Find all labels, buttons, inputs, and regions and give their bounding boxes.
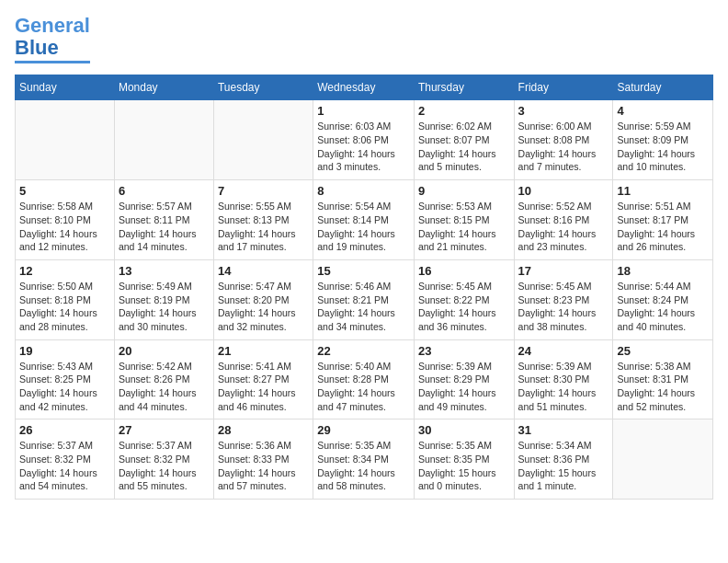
day-info: Sunrise: 5:38 AM Sunset: 8:31 PM Dayligh…: [617, 360, 709, 414]
day-number: 13: [119, 264, 210, 278]
day-info: Sunrise: 5:44 AM Sunset: 8:24 PM Dayligh…: [617, 280, 709, 334]
calendar-cell: 26Sunrise: 5:37 AM Sunset: 8:32 PM Dayli…: [16, 419, 115, 500]
day-number: 9: [418, 184, 510, 198]
day-number: 3: [518, 104, 609, 118]
day-info: Sunrise: 5:42 AM Sunset: 8:26 PM Dayligh…: [119, 360, 210, 414]
calendar-week-row: 1Sunrise: 6:03 AM Sunset: 8:06 PM Daylig…: [16, 100, 713, 180]
day-number: 20: [119, 344, 210, 358]
weekday-header: Wednesday: [313, 75, 415, 100]
day-info: Sunrise: 5:37 AM Sunset: 8:32 PM Dayligh…: [119, 439, 210, 493]
day-info: Sunrise: 5:50 AM Sunset: 8:18 PM Dayligh…: [19, 280, 110, 334]
calendar-cell: 21Sunrise: 5:41 AM Sunset: 8:27 PM Dayli…: [213, 339, 313, 419]
day-info: Sunrise: 5:35 AM Sunset: 8:34 PM Dayligh…: [317, 439, 410, 493]
calendar-cell: 16Sunrise: 5:45 AM Sunset: 8:22 PM Dayli…: [414, 259, 514, 339]
day-info: Sunrise: 5:59 AM Sunset: 8:09 PM Dayligh…: [617, 120, 709, 174]
calendar-cell: 28Sunrise: 5:36 AM Sunset: 8:33 PM Dayli…: [213, 419, 313, 500]
day-info: Sunrise: 5:53 AM Sunset: 8:15 PM Dayligh…: [418, 200, 510, 254]
calendar-cell: 29Sunrise: 5:35 AM Sunset: 8:34 PM Dayli…: [313, 419, 415, 500]
calendar-cell: 6Sunrise: 5:57 AM Sunset: 8:11 PM Daylig…: [114, 180, 213, 260]
day-number: 11: [617, 184, 709, 198]
day-number: 21: [218, 344, 309, 358]
calendar-cell: [213, 100, 313, 180]
calendar-cell: 25Sunrise: 5:38 AM Sunset: 8:31 PM Dayli…: [613, 339, 713, 419]
calendar-cell: [613, 419, 713, 500]
calendar-cell: 8Sunrise: 5:54 AM Sunset: 8:14 PM Daylig…: [313, 180, 415, 260]
calendar-header-row: SundayMondayTuesdayWednesdayThursdayFrid…: [16, 75, 713, 100]
day-number: 10: [518, 184, 609, 198]
day-info: Sunrise: 5:57 AM Sunset: 8:11 PM Dayligh…: [119, 200, 210, 254]
day-info: Sunrise: 5:35 AM Sunset: 8:35 PM Dayligh…: [418, 439, 510, 493]
calendar-cell: 20Sunrise: 5:42 AM Sunset: 8:26 PM Dayli…: [114, 339, 213, 419]
calendar-cell: 24Sunrise: 5:39 AM Sunset: 8:30 PM Dayli…: [514, 339, 613, 419]
calendar-cell: 7Sunrise: 5:55 AM Sunset: 8:13 PM Daylig…: [213, 180, 313, 260]
calendar-cell: 13Sunrise: 5:49 AM Sunset: 8:19 PM Dayli…: [114, 259, 213, 339]
weekday-header: Monday: [114, 75, 213, 100]
calendar-cell: [114, 100, 213, 180]
day-info: Sunrise: 5:37 AM Sunset: 8:32 PM Dayligh…: [19, 439, 110, 493]
day-info: Sunrise: 6:02 AM Sunset: 8:07 PM Dayligh…: [418, 120, 510, 174]
calendar-cell: 30Sunrise: 5:35 AM Sunset: 8:35 PM Dayli…: [414, 419, 514, 500]
calendar-cell: 17Sunrise: 5:45 AM Sunset: 8:23 PM Dayli…: [514, 259, 613, 339]
day-number: 30: [418, 423, 510, 437]
day-info: Sunrise: 5:58 AM Sunset: 8:10 PM Dayligh…: [19, 200, 110, 254]
day-number: 5: [19, 184, 110, 198]
calendar-cell: 22Sunrise: 5:40 AM Sunset: 8:28 PM Dayli…: [313, 339, 415, 419]
calendar-week-row: 26Sunrise: 5:37 AM Sunset: 8:32 PM Dayli…: [16, 419, 713, 500]
logo-text: GeneralBlue: [15, 15, 90, 59]
calendar-cell: 2Sunrise: 6:02 AM Sunset: 8:07 PM Daylig…: [414, 100, 514, 180]
day-info: Sunrise: 5:40 AM Sunset: 8:28 PM Dayligh…: [317, 360, 410, 414]
calendar-cell: 9Sunrise: 5:53 AM Sunset: 8:15 PM Daylig…: [414, 180, 514, 260]
day-info: Sunrise: 5:52 AM Sunset: 8:16 PM Dayligh…: [518, 200, 609, 254]
day-info: Sunrise: 5:39 AM Sunset: 8:29 PM Dayligh…: [418, 360, 510, 414]
calendar-cell: 12Sunrise: 5:50 AM Sunset: 8:18 PM Dayli…: [16, 259, 115, 339]
calendar-cell: 1Sunrise: 6:03 AM Sunset: 8:06 PM Daylig…: [313, 100, 415, 180]
day-number: 26: [19, 423, 110, 437]
day-info: Sunrise: 5:34 AM Sunset: 8:36 PM Dayligh…: [518, 439, 609, 493]
weekday-header: Sunday: [16, 75, 115, 100]
calendar-cell: 19Sunrise: 5:43 AM Sunset: 8:25 PM Dayli…: [16, 339, 115, 419]
day-number: 17: [518, 264, 609, 278]
day-info: Sunrise: 5:39 AM Sunset: 8:30 PM Dayligh…: [518, 360, 609, 414]
day-info: Sunrise: 5:47 AM Sunset: 8:20 PM Dayligh…: [218, 280, 309, 334]
day-info: Sunrise: 6:03 AM Sunset: 8:06 PM Dayligh…: [317, 120, 410, 174]
weekday-header: Saturday: [613, 75, 713, 100]
day-info: Sunrise: 5:54 AM Sunset: 8:14 PM Dayligh…: [317, 200, 410, 254]
weekday-header: Thursday: [414, 75, 514, 100]
day-number: 2: [418, 104, 510, 118]
calendar-table: SundayMondayTuesdayWednesdayThursdayFrid…: [15, 75, 713, 500]
day-number: 14: [218, 264, 309, 278]
day-info: Sunrise: 5:36 AM Sunset: 8:33 PM Dayligh…: [218, 439, 309, 493]
calendar-cell: 18Sunrise: 5:44 AM Sunset: 8:24 PM Dayli…: [613, 259, 713, 339]
day-number: 23: [418, 344, 510, 358]
day-info: Sunrise: 5:43 AM Sunset: 8:25 PM Dayligh…: [19, 360, 110, 414]
day-info: Sunrise: 5:46 AM Sunset: 8:21 PM Dayligh…: [317, 280, 410, 334]
day-number: 29: [317, 423, 410, 437]
logo: GeneralBlue: [15, 15, 90, 63]
day-info: Sunrise: 5:45 AM Sunset: 8:22 PM Dayligh…: [418, 280, 510, 334]
weekday-header: Friday: [514, 75, 613, 100]
day-number: 1: [317, 104, 410, 118]
day-number: 19: [19, 344, 110, 358]
day-info: Sunrise: 6:00 AM Sunset: 8:08 PM Dayligh…: [518, 120, 609, 174]
day-number: 27: [119, 423, 210, 437]
calendar-cell: 31Sunrise: 5:34 AM Sunset: 8:36 PM Dayli…: [514, 419, 613, 500]
day-number: 15: [317, 264, 410, 278]
day-info: Sunrise: 5:51 AM Sunset: 8:17 PM Dayligh…: [617, 200, 709, 254]
page-header: GeneralBlue: [15, 15, 713, 63]
day-info: Sunrise: 5:41 AM Sunset: 8:27 PM Dayligh…: [218, 360, 309, 414]
day-number: 25: [617, 344, 709, 358]
day-number: 12: [19, 264, 110, 278]
calendar-cell: 11Sunrise: 5:51 AM Sunset: 8:17 PM Dayli…: [613, 180, 713, 260]
calendar-week-row: 12Sunrise: 5:50 AM Sunset: 8:18 PM Dayli…: [16, 259, 713, 339]
day-number: 31: [518, 423, 609, 437]
day-number: 6: [119, 184, 210, 198]
day-number: 8: [317, 184, 410, 198]
day-number: 16: [418, 264, 510, 278]
calendar-cell: 23Sunrise: 5:39 AM Sunset: 8:29 PM Dayli…: [414, 339, 514, 419]
calendar-cell: 15Sunrise: 5:46 AM Sunset: 8:21 PM Dayli…: [313, 259, 415, 339]
calendar-week-row: 19Sunrise: 5:43 AM Sunset: 8:25 PM Dayli…: [16, 339, 713, 419]
day-info: Sunrise: 5:55 AM Sunset: 8:13 PM Dayligh…: [218, 200, 309, 254]
calendar-week-row: 5Sunrise: 5:58 AM Sunset: 8:10 PM Daylig…: [16, 180, 713, 260]
logo-underline: [15, 61, 90, 63]
day-number: 24: [518, 344, 609, 358]
